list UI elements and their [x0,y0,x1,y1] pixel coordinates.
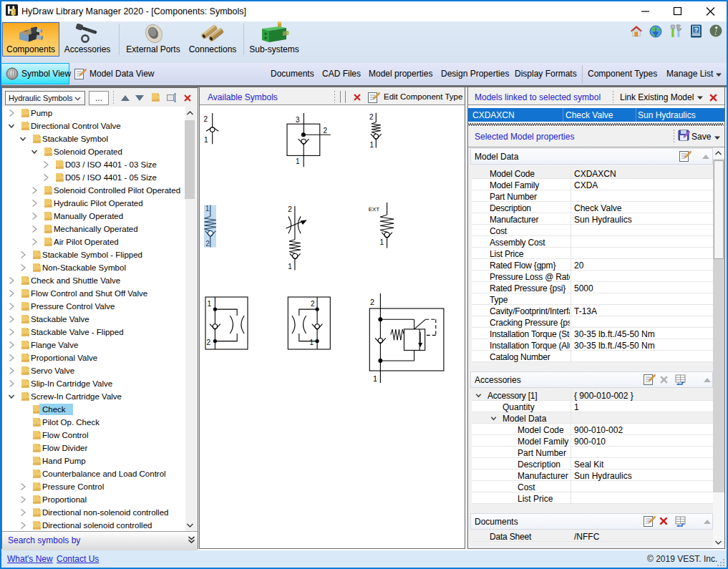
svg-text:1: 1 [296,157,300,165]
svg-text:EXT: EXT [369,206,380,213]
svg-text:1: 1 [310,339,314,346]
svg-text:1: 1 [370,141,374,149]
svg-text:2: 2 [207,339,211,346]
svg-text:2: 2 [204,115,208,123]
svg-text:1: 1 [204,136,208,144]
svg-text:2: 2 [205,240,210,248]
svg-text:2: 2 [288,205,292,213]
svg-text:2: 2 [324,127,328,135]
svg-text:2: 2 [369,113,374,121]
svg-text:2: 2 [370,298,374,306]
svg-text:?: ? [694,26,699,34]
svg-text:1: 1 [208,300,212,308]
svg-text:1: 1 [288,263,292,271]
svg-text:1: 1 [373,374,377,383]
svg-text:3: 3 [296,116,300,124]
svg-text:1: 1 [380,238,384,246]
svg-text:2: 2 [311,300,315,308]
svg-text:1: 1 [205,205,210,213]
